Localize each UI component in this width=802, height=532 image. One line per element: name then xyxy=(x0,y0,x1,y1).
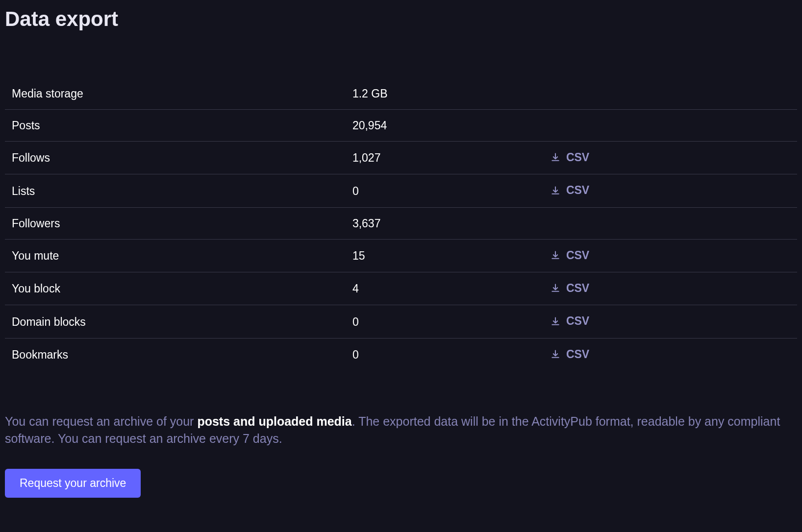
row-label-you-mute: You mute xyxy=(5,239,346,272)
row-action-you-block: CSV xyxy=(544,272,797,305)
row-value-followers: 3,637 xyxy=(346,207,544,239)
row-value-bookmarks: 0 xyxy=(346,338,544,371)
csv-label: CSV xyxy=(566,313,589,329)
download-icon xyxy=(551,349,560,359)
row-action-followers xyxy=(544,207,797,239)
row-value-follows: 1,027 xyxy=(346,142,544,174)
download-icon xyxy=(551,152,560,162)
row-value-media-storage: 1.2 GB xyxy=(346,78,544,110)
table-row: Bookmarks0CSV xyxy=(5,338,797,371)
row-action-posts xyxy=(544,109,797,141)
csv-download-bookmarks[interactable]: CSV xyxy=(551,346,589,362)
table-row: Follows1,027CSV xyxy=(5,142,797,174)
row-label-lists: Lists xyxy=(5,174,346,207)
csv-download-lists[interactable]: CSV xyxy=(551,182,589,198)
table-row: Posts20,954 xyxy=(5,109,797,141)
row-action-follows: CSV xyxy=(544,142,797,174)
row-label-you-block: You block xyxy=(5,272,346,305)
row-action-media-storage xyxy=(544,78,797,110)
table-row: Domain blocks0CSV xyxy=(5,305,797,338)
csv-label: CSV xyxy=(566,247,589,263)
row-action-bookmarks: CSV xyxy=(544,338,797,371)
csv-download-domain-blocks[interactable]: CSV xyxy=(551,313,589,329)
download-icon xyxy=(551,250,560,260)
csv-download-you-mute[interactable]: CSV xyxy=(551,247,589,263)
table-row: Lists0CSV xyxy=(5,174,797,207)
download-icon xyxy=(551,283,560,293)
csv-label: CSV xyxy=(566,182,589,198)
table-row: Media storage1.2 GB xyxy=(5,78,797,110)
description-strong: posts and uploaded media xyxy=(197,414,351,428)
row-value-you-block: 4 xyxy=(346,272,544,305)
row-action-you-mute: CSV xyxy=(544,239,797,272)
row-label-followers: Followers xyxy=(5,207,346,239)
csv-label: CSV xyxy=(566,149,589,165)
csv-download-follows[interactable]: CSV xyxy=(551,149,589,165)
table-row: You mute15CSV xyxy=(5,239,797,272)
row-value-domain-blocks: 0 xyxy=(346,305,544,338)
row-action-domain-blocks: CSV xyxy=(544,305,797,338)
row-value-lists: 0 xyxy=(346,174,544,207)
row-label-posts: Posts xyxy=(5,109,346,141)
row-label-media-storage: Media storage xyxy=(5,78,346,110)
row-action-lists: CSV xyxy=(544,174,797,207)
csv-label: CSV xyxy=(566,346,589,362)
description-prefix: You can request an archive of your xyxy=(5,414,197,428)
row-value-you-mute: 15 xyxy=(346,239,544,272)
request-archive-button[interactable]: Request your archive xyxy=(5,469,141,498)
row-value-posts: 20,954 xyxy=(346,109,544,141)
csv-download-you-block[interactable]: CSV xyxy=(551,280,589,296)
row-label-bookmarks: Bookmarks xyxy=(5,338,346,371)
export-table: Media storage1.2 GBPosts20,954Follows1,0… xyxy=(5,78,797,371)
page-title: Data export xyxy=(5,5,797,34)
download-icon xyxy=(551,316,560,326)
archive-description: You can request an archive of your posts… xyxy=(5,413,797,447)
table-row: You block4CSV xyxy=(5,272,797,305)
row-label-follows: Follows xyxy=(5,142,346,174)
row-label-domain-blocks: Domain blocks xyxy=(5,305,346,338)
download-icon xyxy=(551,186,560,195)
table-row: Followers3,637 xyxy=(5,207,797,239)
csv-label: CSV xyxy=(566,280,589,296)
